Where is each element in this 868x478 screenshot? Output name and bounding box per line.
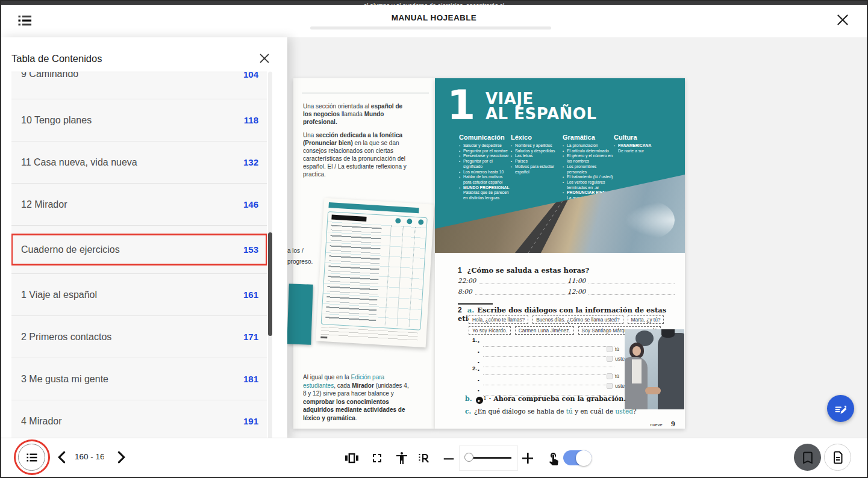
- toc-item-page: 171: [243, 332, 258, 342]
- toc-item-page: 153: [243, 244, 258, 255]
- toc-item[interactable]: Cuaderno de ejercicios 153: [11, 225, 267, 273]
- toc-item-page: 118: [244, 115, 258, 125]
- toc-item-label: 3 Me gusta mi gente: [21, 374, 108, 385]
- exercise-1-title: 1¿Cómo se saluda a estas horas?: [458, 266, 589, 275]
- column-gramatica: Gramática La pronunciaciónEl artículo de…: [563, 134, 616, 201]
- toc-item-label: 9 Caminando: [21, 72, 78, 79]
- column-cultura: Cultura PANAMERICANADe norte a sur: [614, 134, 671, 154]
- left-page-paragraph-3: Al igual que en la Edición para estudian…: [303, 373, 411, 422]
- document-title: MANUAL HOJEABLE: [1, 13, 867, 22]
- toc-item-page: 104: [243, 72, 258, 79]
- unit-title: VIAJE AL ESPAÑOL: [486, 92, 596, 122]
- toc-item[interactable]: 4 Mirador 191: [11, 400, 267, 441]
- clipped-text-fragment: progreso.: [287, 258, 313, 265]
- read-mode-icon[interactable]: [417, 451, 431, 465]
- bookmark-icon[interactable]: [794, 444, 821, 471]
- time-blank: 11:00: [567, 277, 675, 284]
- book-page-right: 1 VIAJE AL ESPAÑOL Comunicación Saludar …: [435, 78, 685, 429]
- page-notes-icon[interactable]: [824, 444, 851, 471]
- toc-item-page: 132: [243, 157, 258, 167]
- touch-gesture-icon[interactable]: [546, 451, 561, 465]
- fullscreen-icon[interactable]: [370, 451, 384, 465]
- divider: [302, 93, 429, 93]
- bottom-toolbar: 160 - 161: [1, 438, 867, 477]
- worksheet-thumbnail: [316, 198, 434, 348]
- toc-item[interactable]: 9 Caminando 104: [11, 72, 267, 99]
- toc-item[interactable]: 11 Casa nueva, vida nueva 132: [11, 141, 267, 183]
- dialog-2-blanks: 2.: [472, 365, 614, 396]
- page-footer: nueve9: [650, 420, 675, 427]
- flipbook-viewer: el alumno y al cuaderno de ejercicios, e…: [0, 0, 868, 478]
- toc-item-page: 161: [243, 290, 258, 300]
- toc-item[interactable]: 3 Me gusta mi gente 181: [11, 358, 267, 400]
- toc-item[interactable]: 12 Mirador 146: [11, 183, 267, 225]
- etiqueta-tag: Carmen Luna Jiménez.: [515, 326, 574, 335]
- toc-panel-title: Tabla de Contenidos: [11, 53, 102, 64]
- book-page-left: Una sección orientada al español de los …: [293, 78, 435, 429]
- page-indicator: 160 - 161: [75, 452, 104, 461]
- toc-item-label: 4 Mirador: [21, 416, 62, 427]
- etiquetas-row-1: Hola, ¿cómo te llamas?Buenos días. ¿Cómo…: [469, 315, 664, 324]
- etiqueta-tag: Buenos días. ¿Cómo se llama usted?: [532, 315, 623, 324]
- header-bar: MANUAL HOJEABLE: [1, 5, 867, 37]
- column-lexico: Léxico Nombres y apellidosSaludos y desp…: [511, 134, 560, 175]
- left-page-paragraph-1: Una sección orientada al español de los …: [303, 102, 407, 126]
- column-comunicacion: Comunicación Saludar y despedirsePregunt…: [459, 134, 511, 201]
- toc-item-page: 146: [243, 199, 258, 210]
- time-blank: 22:00: [458, 277, 571, 284]
- checkbox-tu[interactable]: tú: [607, 346, 619, 352]
- toc-item[interactable]: 2 Primeros contactos 171: [11, 315, 267, 358]
- scrollbar-thumb[interactable]: [268, 232, 272, 336]
- time-blank: 12:00: [567, 288, 675, 295]
- toggle-knob[interactable]: [576, 450, 592, 466]
- close-icon[interactable]: [834, 12, 851, 29]
- next-page-button[interactable]: [113, 449, 128, 466]
- view-carousel-icon[interactable]: [345, 451, 359, 465]
- etiqueta-tag: Marta, ¿y tú?: [628, 315, 664, 324]
- reading-progress-bar[interactable]: [310, 26, 551, 29]
- toc-list-icon[interactable]: [18, 444, 45, 471]
- accessibility-icon[interactable]: [395, 451, 409, 465]
- audio-track-icon: [476, 397, 483, 404]
- etiqueta-tag: Hola, ¿cómo te llamas?: [469, 315, 528, 324]
- toc-item-label: 2 Primeros contactos: [21, 332, 111, 343]
- divider: [458, 303, 493, 305]
- toc-list: 9 Caminando 104 10 Tengo planes 118 11 C…: [11, 72, 267, 441]
- left-page-paragraph-2: Una sección dedicada a la fonética (Pron…: [303, 131, 407, 178]
- checkbox-tu[interactable]: tú: [607, 373, 619, 379]
- toc-item-label: 11 Casa nueva, vida nueva: [21, 157, 137, 168]
- toc-item-label: Cuaderno de ejercicios: [21, 244, 120, 255]
- close-icon[interactable]: [257, 52, 272, 66]
- toc-item-label: 1 Viaje al español: [21, 290, 97, 300]
- zoom-slider[interactable]: [459, 445, 518, 471]
- thumbnail-card-teal: [287, 284, 313, 344]
- zoom-out-icon[interactable]: [442, 452, 456, 467]
- toc-item-page: 191: [243, 416, 258, 426]
- zoom-slider-knob[interactable]: [464, 453, 473, 462]
- unit-number: 1: [447, 87, 475, 124]
- dialog-1-blanks: 1.: [472, 337, 614, 367]
- etiqueta-tag: Yo soy Ricardo.: [469, 326, 511, 335]
- worksheet-table: [321, 211, 428, 331]
- page-flip-toggle[interactable]: [563, 450, 592, 465]
- toc-item-page: 181: [243, 374, 258, 384]
- exercise-2b-line: b.1 · Ahora comprueba con la grabación.: [465, 395, 626, 404]
- exercise-2c-line: c.¿En qué diálogo se habla de tú y en cu…: [465, 408, 637, 415]
- exercises-section: 1¿Cómo se saluda a estas horas? 22:00 11…: [435, 253, 685, 429]
- toc-panel: Tabla de Contenidos 9 Caminando 104 10 T…: [1, 37, 287, 441]
- toc-item[interactable]: 10 Tengo planes 118: [11, 99, 267, 141]
- zoom-slider-track[interactable]: [473, 457, 511, 459]
- previous-page-button[interactable]: [54, 449, 70, 466]
- time-blank: 8:00: [458, 288, 571, 295]
- zoom-in-icon[interactable]: [520, 451, 535, 465]
- photo-handshake: [625, 329, 684, 409]
- toc-item-label: 10 Tengo planes: [21, 115, 92, 126]
- toc-item-label: 12 Mirador: [21, 199, 67, 210]
- edit-note-icon[interactable]: [827, 395, 854, 422]
- clipped-text-fragment: a los /: [287, 247, 304, 254]
- toc-item[interactable]: 1 Viaje al español 161: [11, 273, 267, 315]
